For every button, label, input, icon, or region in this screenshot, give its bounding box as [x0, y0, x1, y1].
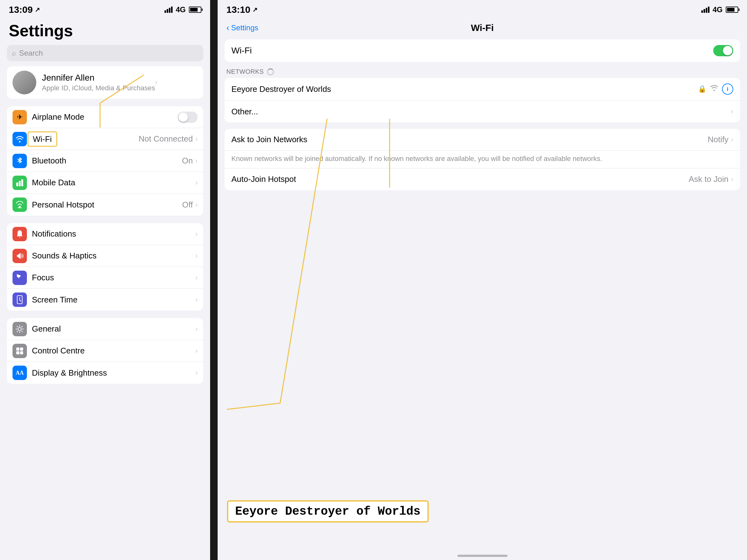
notifications-icon — [12, 227, 27, 241]
signal-bars-right — [701, 6, 710, 13]
home-indicator-right — [458, 555, 508, 557]
focus-icon — [12, 271, 27, 285]
bluetooth-label: Bluetooth — [32, 156, 182, 166]
sounds-label: Sounds & Haptics — [32, 251, 196, 261]
wifi-value: Not Connected — [138, 134, 192, 144]
hotspot-label: Personal Hotspot — [32, 200, 182, 210]
ask-join-value: Notify — [707, 135, 728, 144]
screentime-chevron: › — [196, 296, 198, 304]
search-icon: ⌕ — [12, 49, 16, 57]
right-status-icons: 4G — [701, 5, 738, 14]
profile-row[interactable]: Jennifer Allen Apple ID, iCloud, Media &… — [7, 66, 203, 99]
airplane-icon: ✈ — [12, 110, 27, 124]
svg-rect-1 — [19, 181, 21, 186]
back-chevron-icon: ‹ — [226, 23, 229, 33]
location-icon-left: ↗ — [35, 6, 40, 14]
display-icon: AA — [12, 366, 27, 380]
left-phone: 13:09 ↗ 4G Settings ⌕ Search — [0, 0, 210, 560]
wifi-toggle-row[interactable]: Wi-Fi — [225, 39, 740, 62]
hotspot-value: Off — [182, 200, 192, 210]
phone-divider — [210, 0, 217, 560]
mobile-data-row[interactable]: Mobile Data › — [7, 172, 203, 194]
general-chevron: › — [196, 325, 198, 333]
general-row[interactable]: General › — [7, 318, 203, 340]
loading-spinner — [267, 69, 274, 75]
ask-join-row[interactable]: Ask to Join Networks Notify › — [225, 129, 740, 151]
mobile-data-label: Mobile Data — [32, 178, 196, 187]
svg-rect-2 — [21, 179, 23, 186]
profile-name: Jennifer Allen — [42, 73, 155, 83]
control-centre-row[interactable]: Control Centre › — [7, 340, 203, 362]
network-name-eeyore: Eeyore Destroyer of Worlds — [231, 84, 698, 94]
battery-left — [189, 6, 201, 13]
nav-bar: ‹ Settings Wi-Fi — [217, 18, 747, 36]
screentime-icon — [12, 293, 27, 307]
hotspot-row[interactable]: Personal Hotspot Off › — [7, 194, 203, 216]
wifi-icon — [12, 132, 27, 146]
airplane-toggle[interactable] — [178, 112, 198, 123]
signal-bars-left — [164, 6, 173, 13]
general-label: General — [32, 324, 196, 334]
network-name-other: Other... — [231, 107, 731, 116]
notifications-group: Notifications › Sounds & Haptics › — [7, 223, 203, 311]
notifications-row[interactable]: Notifications › — [7, 223, 203, 245]
network-row-eeyore[interactable]: Eeyore Destroyer of Worlds 🔒 i — [225, 78, 740, 101]
avatar — [12, 71, 36, 95]
display-chevron: › — [196, 369, 198, 377]
wifi-label: Wi-Fi — [32, 134, 138, 144]
other-chevron: › — [731, 107, 733, 116]
search-bar[interactable]: ⌕ Search — [7, 45, 203, 61]
bluetooth-icon — [12, 154, 27, 168]
networks-section-label: NETWORKS — [225, 68, 740, 78]
wifi-chevron: › — [196, 135, 198, 143]
svg-point-3 — [19, 206, 21, 208]
sounds-chevron: › — [196, 252, 198, 260]
focus-row[interactable]: Focus › — [7, 267, 203, 289]
display-label: Display & Brightness — [32, 368, 196, 378]
location-icon-right: ↗ — [252, 6, 258, 14]
wifi-page-content: Wi-Fi NETWORKS Eeyore Destroyer of World… — [217, 36, 747, 552]
svg-point-5 — [18, 327, 21, 330]
network-type-right: 4G — [713, 5, 723, 14]
wifi-toggle-label: Wi-Fi — [231, 46, 713, 56]
network-type-left: 4G — [176, 5, 186, 14]
wifi-row[interactable]: Wi-Fi Not Connected › Wi-Fi — [7, 128, 203, 150]
right-phone: 13:10 ↗ 4G ‹ Settings Wi-Fi — [217, 0, 747, 560]
right-time: 13:10 ↗ — [226, 4, 258, 15]
right-status-bar: 13:10 ↗ 4G — [217, 0, 747, 18]
svg-rect-8 — [16, 351, 19, 354]
networks-group: Eeyore Destroyer of Worlds 🔒 i — [225, 78, 740, 123]
wifi-master-toggle[interactable] — [713, 45, 733, 56]
sounds-icon — [12, 249, 27, 263]
bluetooth-value: On — [182, 156, 193, 166]
info-button-eeyore[interactable]: i — [722, 83, 733, 95]
left-status-icons: 4G — [164, 5, 201, 14]
screentime-row[interactable]: Screen Time › — [7, 289, 203, 311]
back-label: Settings — [231, 23, 258, 32]
search-placeholder: Search — [19, 49, 43, 57]
settings-title: Settings — [0, 18, 210, 45]
general-group: General › Control Centre › AA Display — [7, 318, 203, 384]
auto-join-chevron: › — [731, 175, 733, 183]
sounds-row[interactable]: Sounds & Haptics › — [7, 245, 203, 267]
network-row-other[interactable]: Other... › — [225, 101, 740, 123]
bluetooth-row[interactable]: Bluetooth On › — [7, 150, 203, 172]
bluetooth-chevron: › — [196, 157, 198, 165]
nav-title: Wi-Fi — [471, 23, 494, 33]
wifi-toggle-group: Wi-Fi — [225, 39, 740, 62]
eeyore-network-icons: 🔒 i — [698, 83, 733, 95]
wifi-signal-eeyore — [710, 85, 718, 93]
display-row[interactable]: AA Display & Brightness › — [7, 362, 203, 384]
eeyore-annotation-box: Eeyore Destroyer of Worlds — [227, 500, 429, 523]
auto-join-row[interactable]: Auto-Join Hotspot Ask to Join › — [225, 168, 740, 190]
battery-right — [726, 6, 738, 13]
notifications-chevron: › — [196, 230, 198, 238]
profile-subtitle: Apple ID, iCloud, Media & Purchases — [42, 84, 155, 92]
back-button[interactable]: ‹ Settings — [226, 23, 258, 33]
notifications-label: Notifications — [32, 229, 196, 239]
ask-join-group: Ask to Join Networks Notify › Known netw… — [225, 129, 740, 190]
auto-join-value: Ask to Join — [689, 175, 728, 184]
airplane-mode-row[interactable]: ✈ Airplane Mode — [7, 106, 203, 128]
search-container: ⌕ Search — [0, 45, 210, 66]
mobile-data-chevron: › — [196, 179, 198, 187]
